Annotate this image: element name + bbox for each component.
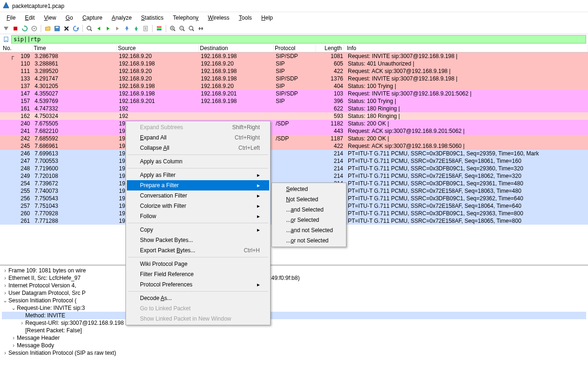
- packet-row[interactable]: 2497.720108192214PT=ITU-T G.711 PCMU, SS…: [0, 172, 588, 180]
- menu-item-expand-all[interactable]: Expand AllCtrl+Right: [127, 132, 269, 143]
- col-header-destination[interactable]: Destination: [199, 44, 274, 52]
- tree-message-header[interactable]: ›Message Header: [2, 334, 586, 342]
- expand-icon[interactable]: ›: [2, 282, 8, 289]
- menu-go[interactable]: Go: [61, 13, 78, 22]
- packet-row[interactable]: 2457.686961192422Request: ACK sip:3007@1…: [0, 142, 588, 150]
- tb-zoomreset-icon[interactable]: [187, 24, 196, 33]
- packet-row[interactable]: 1113.289520192.168.9.20192.168.9.198SIP4…: [0, 67, 588, 75]
- menu-item-apply-as-column[interactable]: Apply as Column: [127, 156, 269, 167]
- tb-zoomout-icon[interactable]: [178, 24, 186, 33]
- menu-help[interactable]: Help: [257, 13, 278, 22]
- submenu-item--or-not-selected[interactable]: ...or not Selected: [273, 235, 345, 246]
- tb-options-icon[interactable]: [30, 24, 38, 33]
- menu-item-apply-as-filter[interactable]: Apply as Filter▸: [127, 170, 269, 180]
- tree-sip-raw[interactable]: ›Session Initiation Protocol (SIP as raw…: [2, 349, 586, 357]
- tb-save-icon[interactable]: [53, 24, 61, 33]
- tb-autoscroll-icon[interactable]: [141, 24, 150, 33]
- tree-resent[interactable]: [Resent Packet: False]: [2, 327, 586, 334]
- packet-row[interactable]: 2487.719600192214PT=ITU-T G.711 PCMU, SS…: [0, 165, 588, 172]
- tree-udp[interactable]: ›User Datagram Protocol, Src P: [2, 289, 586, 297]
- tree-request-line[interactable]: ⌄Request-Line: INVITE sip:3: [2, 304, 586, 312]
- col-header-info[interactable]: Info: [344, 44, 588, 52]
- packet-row[interactable]: 2477.700553192214PT=ITU-T G.711 PCMU, SS…: [0, 157, 588, 165]
- tree-message-body[interactable]: ›Message Body: [2, 342, 586, 349]
- menu-item-protocol-preferences[interactable]: Protocol Preferences▸: [127, 279, 269, 290]
- packet-row[interactable]: 1334.291747192.168.9.20192.168.9.198SIP/…: [0, 75, 588, 82]
- packet-row[interactable]: 1103.288861192.168.9.198192.168.9.20SIP6…: [0, 60, 588, 67]
- menu-capture[interactable]: Capture: [78, 13, 107, 22]
- col-header-no[interactable]: No.: [0, 44, 33, 52]
- menu-edit[interactable]: Edit: [20, 13, 39, 22]
- packet-details[interactable]: ›Frame 109: 1081 bytes on wireits) ›Ethe…: [0, 265, 588, 380]
- menu-item-decode-as-[interactable]: Decode As...: [127, 293, 269, 303]
- expand-icon[interactable]: ›: [2, 290, 8, 296]
- display-filter-input[interactable]: [11, 35, 586, 44]
- filter-bookmark-icon[interactable]: [2, 35, 10, 44]
- expand-icon[interactable]: ›: [19, 320, 25, 326]
- tree-sip[interactable]: ⌄Session Initiation Protocol (: [2, 297, 586, 304]
- tb-stop-capture-icon[interactable]: [11, 24, 20, 33]
- tb-first-icon[interactable]: [123, 24, 131, 33]
- packet-row[interactable]: 2407.675505192/SDP1182Status: 200 OK |: [0, 120, 588, 127]
- packet-row[interactable]: 2417.682210192443Request: ACK sip:3007@1…: [0, 127, 588, 135]
- submenu-item-selected[interactable]: Selected: [273, 184, 345, 194]
- col-header-protocol[interactable]: Protocol: [274, 44, 316, 52]
- packet-row[interactable]: 1574.539769192.168.9.201192.168.9.198SIP…: [0, 97, 588, 105]
- menu-statistics[interactable]: Statistics: [136, 13, 168, 22]
- tb-reload-icon[interactable]: [72, 24, 80, 33]
- tree-frame[interactable]: ›Frame 109: 1081 bytes on wireits): [2, 267, 586, 274]
- menu-item-wiki-protocol-page[interactable]: Wiki Protocol Page: [127, 259, 269, 269]
- menu-item-collapse-all[interactable]: Collapse AllCtrl+Left: [127, 143, 269, 153]
- submenu-item--or-selected[interactable]: ...or Selected: [273, 215, 345, 225]
- collapse-icon[interactable]: ⌄: [10, 305, 17, 311]
- menu-item-filter-field-reference[interactable]: Filter Field Reference: [127, 269, 269, 279]
- expand-icon[interactable]: ›: [2, 267, 8, 274]
- menu-item-prepare-a-filter[interactable]: Prepare a Filter▸: [127, 180, 269, 190]
- packet-row[interactable]: 1624.750324192593Status: 180 Ringing |: [0, 112, 588, 120]
- menu-analyze[interactable]: Analyze: [107, 13, 137, 22]
- context-menu[interactable]: Expand SubtreesShift+RightExpand AllCtrl…: [125, 121, 271, 325]
- submenu-item--and-selected[interactable]: ...and Selected: [273, 205, 345, 215]
- expand-icon[interactable]: ›: [2, 350, 8, 356]
- menu-item-show-packet-bytes-[interactable]: Show Packet Bytes...: [127, 235, 269, 245]
- tb-goto-icon[interactable]: [113, 24, 122, 33]
- tb-resize-icon[interactable]: [197, 24, 205, 33]
- packet-row[interactable]: ┌1093.286798192.168.9.20192.168.9.198SIP…: [0, 52, 588, 60]
- expand-icon[interactable]: ›: [10, 335, 17, 341]
- menu-view[interactable]: View: [39, 13, 61, 22]
- tree-ethernet[interactable]: ›Ethernet II, Src: LcfcHefe_97f0:9f:b8 (…: [2, 274, 586, 282]
- menu-tools[interactable]: Tools: [234, 13, 257, 22]
- expand-icon[interactable]: ›: [10, 342, 17, 349]
- tb-close-icon[interactable]: [62, 24, 71, 33]
- menu-item-conversation-filter[interactable]: Conversation Filter▸: [127, 190, 269, 201]
- tree-request-uri[interactable]: ›Request-URI: sip:3007@192.168.9.198: [2, 319, 586, 327]
- submenu-item-not-selected[interactable]: Not Selected: [273, 194, 345, 205]
- tb-zoomin-icon[interactable]: [169, 24, 177, 33]
- context-submenu[interactable]: SelectedNot Selected...and Selected...or…: [272, 183, 346, 247]
- tb-find-icon[interactable]: [85, 24, 94, 33]
- menu-item-export-packet-bytes-[interactable]: Export Packet Bytes...Ctrl+H: [127, 245, 269, 256]
- tb-start-capture-icon[interactable]: [2, 24, 10, 33]
- packet-row[interactable]: 1614.747332192622Status: 180 Ringing |: [0, 105, 588, 112]
- tb-prev-icon[interactable]: [95, 24, 103, 33]
- packet-row[interactable]: 1474.355027192.168.9.198192.168.9.201SIP…: [0, 90, 588, 97]
- submenu-item--and-not-selected[interactable]: ...and not Selected: [273, 225, 345, 235]
- tb-restart-capture-icon[interactable]: [21, 24, 29, 33]
- menu-item-copy[interactable]: Copy▸: [127, 225, 269, 235]
- tb-last-icon[interactable]: [132, 24, 140, 33]
- col-header-time[interactable]: Time: [33, 44, 117, 52]
- tb-colorize-icon[interactable]: [155, 24, 163, 33]
- menu-item-follow[interactable]: Follow▸: [127, 211, 269, 221]
- menu-telephony[interactable]: Telephony: [168, 13, 203, 22]
- packet-row[interactable]: 1374.301205192.168.9.198192.168.9.20SIP4…: [0, 82, 588, 90]
- menu-wireless[interactable]: Wireless: [203, 13, 234, 22]
- tb-open-icon[interactable]: [44, 24, 52, 33]
- packet-row[interactable]: 2427.685592192/SDP1187Status: 200 OK |: [0, 135, 588, 142]
- tree-method[interactable]: Method: INVITE: [2, 312, 586, 319]
- collapse-icon[interactable]: ⌄: [2, 297, 8, 304]
- packet-row[interactable]: 2467.699613192214PT=ITU-T G.711 PCMU, SS…: [0, 150, 588, 157]
- menu-item-colorize-with-filter[interactable]: Colorize with Filter▸: [127, 201, 269, 211]
- tb-next-icon[interactable]: [104, 24, 112, 33]
- expand-icon[interactable]: ›: [2, 275, 8, 281]
- col-header-length[interactable]: Length: [316, 44, 344, 52]
